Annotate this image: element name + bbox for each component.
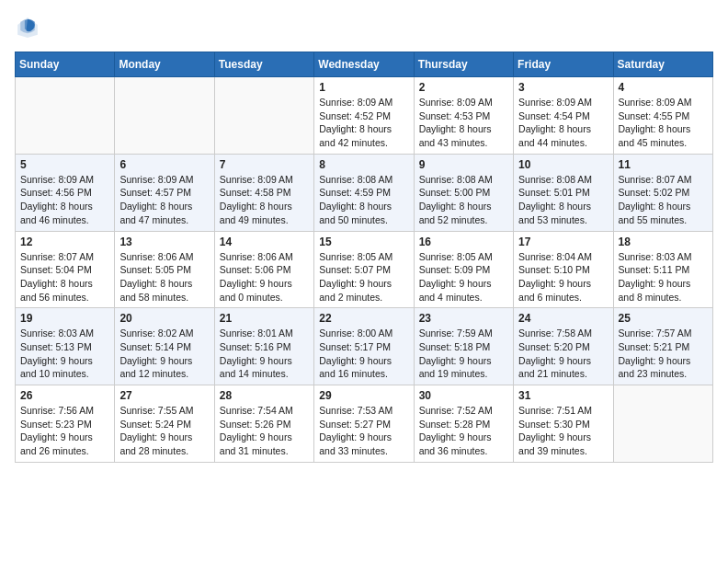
day-info: Sunrise: 8:09 AM Sunset: 4:52 PM Dayligh… [319, 97, 392, 148]
day-info: Sunrise: 8:09 AM Sunset: 4:53 PM Dayligh… [419, 97, 493, 148]
day-info: Sunrise: 8:09 AM Sunset: 4:58 PM Dayligh… [220, 174, 293, 225]
weekday-header-row: SundayMondayTuesdayWednesdayThursdayFrid… [16, 52, 713, 77]
day-number: 15 [319, 236, 408, 248]
calendar-cell: 25Sunrise: 7:57 AM Sunset: 5:21 PM Dayli… [613, 308, 712, 385]
day-number: 10 [518, 158, 608, 171]
calendar-cell: 21Sunrise: 8:01 AM Sunset: 5:16 PM Dayli… [214, 308, 313, 385]
calendar-cell: 7Sunrise: 8:09 AM Sunset: 4:58 PM Daylig… [214, 154, 313, 231]
calendar-cell: 16Sunrise: 8:05 AM Sunset: 5:09 PM Dayli… [414, 231, 513, 308]
calendar-cell: 3Sunrise: 8:09 AM Sunset: 4:54 PM Daylig… [514, 77, 613, 155]
logo-icon [15, 15, 40, 40]
day-number: 16 [419, 236, 508, 248]
calendar-cell: 22Sunrise: 8:00 AM Sunset: 5:17 PM Dayli… [314, 308, 414, 385]
calendar-cell: 23Sunrise: 7:59 AM Sunset: 5:18 PM Dayli… [414, 308, 513, 385]
weekday-header-monday: Monday [115, 52, 214, 77]
day-info: Sunrise: 7:51 AM Sunset: 5:30 PM Dayligh… [518, 405, 592, 456]
logo [15, 15, 44, 40]
day-info: Sunrise: 8:06 AM Sunset: 5:06 PM Dayligh… [220, 251, 293, 303]
weekday-header-sunday: Sunday [16, 52, 115, 77]
day-number: 23 [419, 312, 508, 325]
calendar-cell: 9Sunrise: 8:08 AM Sunset: 5:00 PM Daylig… [414, 154, 513, 231]
day-info: Sunrise: 8:01 AM Sunset: 5:16 PM Dayligh… [220, 327, 293, 379]
day-info: Sunrise: 7:58 AM Sunset: 5:20 PM Dayligh… [518, 327, 592, 379]
day-number: 31 [518, 389, 608, 402]
week-row-5: 26Sunrise: 7:56 AM Sunset: 5:23 PM Dayli… [16, 385, 713, 463]
page-header [15, 15, 713, 40]
calendar-cell: 10Sunrise: 8:08 AM Sunset: 5:01 PM Dayli… [514, 154, 613, 231]
day-number: 24 [518, 312, 608, 325]
day-number: 1 [319, 81, 408, 94]
calendar-cell: 28Sunrise: 7:54 AM Sunset: 5:26 PM Dayli… [214, 385, 313, 463]
day-info: Sunrise: 7:56 AM Sunset: 5:23 PM Dayligh… [20, 405, 94, 456]
day-info: Sunrise: 8:06 AM Sunset: 5:05 PM Dayligh… [119, 251, 193, 303]
calendar-cell: 27Sunrise: 7:55 AM Sunset: 5:24 PM Dayli… [115, 385, 214, 463]
day-number: 27 [119, 389, 209, 402]
day-number: 5 [20, 158, 109, 171]
calendar-cell: 31Sunrise: 7:51 AM Sunset: 5:30 PM Dayli… [514, 385, 613, 463]
calendar-cell [16, 77, 115, 155]
weekday-header-friday: Friday [514, 52, 613, 77]
day-info: Sunrise: 7:52 AM Sunset: 5:28 PM Dayligh… [419, 405, 493, 456]
day-info: Sunrise: 7:59 AM Sunset: 5:18 PM Dayligh… [419, 327, 493, 379]
day-number: 7 [220, 158, 309, 171]
weekday-header-tuesday: Tuesday [214, 52, 313, 77]
day-info: Sunrise: 8:08 AM Sunset: 4:59 PM Dayligh… [319, 174, 392, 225]
day-number: 13 [119, 236, 209, 248]
calendar-cell: 19Sunrise: 8:03 AM Sunset: 5:13 PM Dayli… [16, 308, 115, 385]
day-number: 21 [220, 312, 309, 325]
day-number: 29 [319, 389, 408, 402]
day-info: Sunrise: 7:57 AM Sunset: 5:21 PM Dayligh… [619, 327, 692, 379]
week-row-2: 5Sunrise: 8:09 AM Sunset: 4:56 PM Daylig… [16, 154, 713, 231]
calendar-cell: 15Sunrise: 8:05 AM Sunset: 5:07 PM Dayli… [314, 231, 414, 308]
day-info: Sunrise: 8:03 AM Sunset: 5:13 PM Dayligh… [20, 327, 94, 379]
day-info: Sunrise: 8:05 AM Sunset: 5:07 PM Dayligh… [319, 251, 392, 303]
week-row-4: 19Sunrise: 8:03 AM Sunset: 5:13 PM Dayli… [16, 308, 713, 385]
day-number: 12 [20, 236, 109, 248]
calendar-cell: 17Sunrise: 8:04 AM Sunset: 5:10 PM Dayli… [514, 231, 613, 308]
calendar-cell: 30Sunrise: 7:52 AM Sunset: 5:28 PM Dayli… [414, 385, 513, 463]
day-number: 25 [619, 312, 708, 325]
weekday-header-saturday: Saturday [613, 52, 712, 77]
day-info: Sunrise: 7:53 AM Sunset: 5:27 PM Dayligh… [319, 405, 392, 456]
day-info: Sunrise: 8:04 AM Sunset: 5:10 PM Dayligh… [518, 251, 592, 303]
day-number: 4 [619, 81, 708, 94]
calendar-cell [613, 385, 712, 463]
calendar-cell: 26Sunrise: 7:56 AM Sunset: 5:23 PM Dayli… [16, 385, 115, 463]
day-number: 11 [619, 158, 708, 171]
day-number: 28 [220, 389, 309, 402]
day-number: 22 [319, 312, 408, 325]
calendar-cell: 2Sunrise: 8:09 AM Sunset: 4:53 PM Daylig… [414, 77, 513, 155]
calendar-cell [214, 77, 313, 155]
day-number: 30 [419, 389, 508, 402]
day-number: 20 [119, 312, 209, 325]
day-info: Sunrise: 7:55 AM Sunset: 5:24 PM Dayligh… [119, 405, 193, 456]
day-info: Sunrise: 8:09 AM Sunset: 4:55 PM Dayligh… [619, 97, 692, 148]
day-info: Sunrise: 8:07 AM Sunset: 5:02 PM Dayligh… [619, 174, 692, 225]
calendar-cell: 29Sunrise: 7:53 AM Sunset: 5:27 PM Dayli… [314, 385, 414, 463]
day-info: Sunrise: 8:09 AM Sunset: 4:54 PM Dayligh… [518, 97, 592, 148]
calendar-cell: 6Sunrise: 8:09 AM Sunset: 4:57 PM Daylig… [115, 154, 214, 231]
calendar-cell: 18Sunrise: 8:03 AM Sunset: 5:11 PM Dayli… [613, 231, 712, 308]
day-info: Sunrise: 8:07 AM Sunset: 5:04 PM Dayligh… [20, 251, 94, 303]
day-info: Sunrise: 8:00 AM Sunset: 5:17 PM Dayligh… [319, 327, 392, 379]
week-row-1: 1Sunrise: 8:09 AM Sunset: 4:52 PM Daylig… [16, 77, 713, 155]
day-number: 26 [20, 389, 109, 402]
calendar-cell: 1Sunrise: 8:09 AM Sunset: 4:52 PM Daylig… [314, 77, 414, 155]
weekday-header-thursday: Thursday [414, 52, 513, 77]
day-info: Sunrise: 7:54 AM Sunset: 5:26 PM Dayligh… [220, 405, 293, 456]
calendar-cell [115, 77, 214, 155]
day-number: 2 [419, 81, 508, 94]
day-number: 19 [20, 312, 109, 325]
calendar-cell: 20Sunrise: 8:02 AM Sunset: 5:14 PM Dayli… [115, 308, 214, 385]
day-info: Sunrise: 8:03 AM Sunset: 5:11 PM Dayligh… [619, 251, 692, 303]
calendar-table: SundayMondayTuesdayWednesdayThursdayFrid… [15, 52, 713, 463]
calendar-cell: 13Sunrise: 8:06 AM Sunset: 5:05 PM Dayli… [115, 231, 214, 308]
calendar-cell: 14Sunrise: 8:06 AM Sunset: 5:06 PM Dayli… [214, 231, 313, 308]
day-number: 17 [518, 236, 608, 248]
day-info: Sunrise: 8:09 AM Sunset: 4:57 PM Dayligh… [119, 174, 193, 225]
calendar-cell: 8Sunrise: 8:08 AM Sunset: 4:59 PM Daylig… [314, 154, 414, 231]
day-number: 9 [419, 158, 508, 171]
day-number: 3 [518, 81, 608, 94]
calendar-cell: 5Sunrise: 8:09 AM Sunset: 4:56 PM Daylig… [16, 154, 115, 231]
calendar-cell: 24Sunrise: 7:58 AM Sunset: 5:20 PM Dayli… [514, 308, 613, 385]
